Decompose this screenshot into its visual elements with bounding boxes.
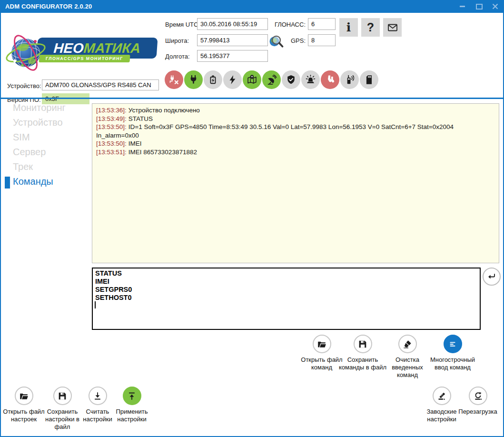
log-line: [13:53:50]:ID=1 Soft=0x3F GPS=4850 Time=… — [96, 123, 495, 139]
restart-arrow-icon — [473, 391, 483, 401]
header: НЕОМАТИКА ГЛОНАСС/GPS МОНИТОРИНГ — [1, 13, 503, 98]
sidebar-item-label: SIM — [13, 132, 30, 142]
close-icon — [492, 3, 498, 10]
info-button[interactable]: i — [339, 18, 358, 37]
maximize-button[interactable] — [472, 0, 487, 13]
battery-charge-icon — [208, 74, 218, 85]
log-timestamp: [13:53:50]: — [96, 140, 127, 147]
status-connection-lost — [165, 70, 183, 89]
send-commands-button[interactable] — [483, 268, 501, 286]
tool-label: Сохранить настройки в файл — [41, 408, 84, 431]
sidebar-item-commands[interactable]: Команды — [13, 176, 53, 187]
reboot-button[interactable]: Перезагрузка — [453, 387, 503, 416]
tool-circle — [444, 335, 462, 353]
connection-lost-icon — [168, 74, 179, 85]
info-icon: i — [346, 20, 351, 34]
status-ignition — [223, 70, 242, 89]
clear-commands-button[interactable]: Очистка введенных команд — [387, 335, 427, 379]
status-radio — [340, 70, 359, 89]
active-item-marker — [5, 177, 10, 189]
status-power-plug — [184, 70, 203, 89]
device-field[interactable]: ADM700 GLONASS/GPS RS485 CAN — [42, 79, 159, 90]
log-timestamp: [13:53:51]: — [96, 149, 127, 156]
minimize-button[interactable] — [455, 0, 470, 13]
tool-label: Многострочный ввод команд — [425, 356, 480, 371]
device-label: Устройство: — [7, 82, 41, 89]
log-message: IMEI 865733023871882 — [128, 149, 197, 156]
save-commands-file-button[interactable]: Сохранить команды в файл — [338, 335, 387, 371]
close-button[interactable] — [487, 0, 503, 13]
window-title: ADM CONFIGURATOR 2.0.20 — [5, 0, 92, 13]
apply-settings-button[interactable]: Применить настройки — [112, 387, 152, 423]
log-timestamp: [13:53:50]: — [96, 123, 127, 130]
sidebar-item-server[interactable]: Сервер — [13, 147, 46, 158]
save-floppy-icon — [57, 391, 68, 401]
gps-label: GPS: — [287, 37, 306, 44]
sidebar-item-label: Команды — [13, 176, 53, 187]
sidebar-item-sim[interactable]: SIM — [13, 132, 30, 143]
glonass-field[interactable]: 6 — [308, 18, 336, 30]
tool-circle — [89, 387, 107, 405]
power-plug-icon — [188, 74, 199, 85]
status-battery — [204, 70, 222, 89]
log-line: [13:53:51]:IMEI 865733023871882 — [96, 148, 495, 157]
utc-label: Время UTC: — [165, 21, 200, 28]
tool-circle — [53, 387, 72, 405]
status-sd-card — [360, 70, 378, 89]
sidebar-item-track[interactable]: Трек — [13, 161, 33, 172]
header-divider — [0, 98, 504, 99]
log-line: [13:53:50]:IMEI — [96, 139, 495, 148]
sidebar-item-monitoring[interactable]: Мониторинг — [13, 102, 66, 113]
latitude-field[interactable]: 57.998413 — [197, 34, 268, 46]
tool-label: Перезагрузка — [458, 408, 497, 416]
tool-label: Открыть файл настроек — [2, 408, 46, 423]
latitude-label: Широта: — [165, 37, 189, 44]
sidebar-item-label: Мониторинг — [13, 102, 66, 113]
open-settings-file-button[interactable]: Открыть файл настроек — [2, 387, 46, 423]
log-message: STATUS — [128, 115, 153, 122]
multiline-input-button[interactable]: Многострочный ввод команд — [425, 335, 480, 371]
tool-circle — [354, 335, 372, 353]
command-input[interactable]: STATUS IMEI SETGPRS0 SETHOST0 — [92, 268, 481, 330]
save-settings-file-button[interactable]: Сохранить настройки в файл — [41, 387, 84, 431]
eraser-icon — [402, 339, 413, 349]
sidebar-item-label: Сервер — [13, 147, 46, 157]
sidebar-item-label: Трек — [13, 161, 33, 172]
gps-field[interactable]: 8 — [308, 34, 336, 46]
utc-field[interactable]: 30.05.2016 08:55:19 — [197, 18, 268, 30]
logo-tagline: ГЛОНАСС/GPS МОНИТОРИНГ — [39, 55, 130, 62]
tool-circle — [398, 335, 417, 353]
tool-label: Сохранить команды в файл — [338, 356, 387, 371]
socks-icon — [325, 74, 336, 85]
mail-button[interactable] — [383, 18, 402, 37]
help-icon: ? — [367, 20, 374, 34]
tool-circle — [123, 387, 141, 405]
log-timestamp: [13:53:36]: — [96, 107, 127, 114]
tool-label: Применить настройки — [112, 408, 152, 423]
read-settings-button[interactable]: Считать настройки — [80, 387, 115, 423]
tool-circle — [313, 335, 331, 353]
ignition-bolt-icon — [227, 74, 238, 85]
globe-logo-icon — [4, 29, 49, 75]
glonass-label: ГЛОНАСС: — [270, 21, 306, 28]
sd-card-icon — [364, 74, 375, 85]
broom-sweep-icon — [436, 391, 447, 401]
gps-search-icon — [267, 33, 285, 50]
help-button[interactable]: ? — [361, 18, 380, 37]
maximize-icon — [476, 4, 483, 10]
brand-text: НЕОМАТИКА — [53, 40, 141, 56]
log-line: [13:53:36]:Устройство подключено — [96, 106, 495, 115]
sidebar-item-device[interactable]: Устройство — [13, 117, 63, 128]
longitude-field[interactable]: 56.195377 — [197, 50, 268, 62]
adm-configurator-window: ADM CONFIGURATOR 2.0.20 НЕОМАТИКА ГЛОНАС… — [0, 0, 504, 437]
save-floppy-icon — [357, 339, 368, 349]
status-satellite — [262, 70, 281, 89]
multiline-text-icon — [447, 339, 458, 349]
enter-icon — [486, 271, 497, 282]
tool-label: Считать настройки — [80, 408, 115, 423]
device-log[interactable]: [13:53:36]:Устройство подключено [13:53:… — [92, 103, 499, 263]
mail-icon — [387, 22, 398, 33]
longitude-label: Долгота: — [165, 53, 190, 60]
log-message: ID=1 Soft=0x3F GPS=4850 Time=8:53:49 30.… — [96, 123, 454, 139]
status-alarm — [301, 70, 320, 89]
